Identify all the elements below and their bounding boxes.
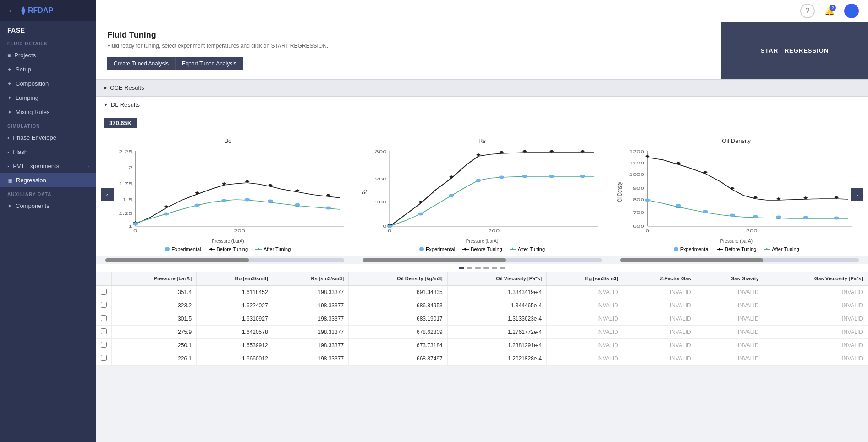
row-checkbox-4[interactable] (96, 339, 112, 352)
sidebar-item-composition[interactable]: ✦ Composition (0, 76, 96, 91)
row-oil-density-3: 678.62809 (349, 326, 448, 339)
row-gas-gravity-2: INVALID (696, 312, 764, 326)
row-gas-viscosity-5: INVALID (764, 352, 868, 366)
start-regression-button[interactable]: START REGRESSION (742, 43, 847, 59)
before-label-od: Before Tuning (725, 246, 757, 252)
row-pressure-5: 226.1 (112, 352, 197, 366)
svg-marker-46 (449, 175, 454, 178)
oil-density-x-label: Pressure (barA) (613, 239, 860, 244)
scrollbar-track-3[interactable] (620, 258, 859, 262)
dl-value: 370.65K (104, 118, 137, 128)
sidebar-item-label: Flash (13, 148, 27, 155)
scrollbar-thumb-3[interactable] (620, 258, 764, 262)
row-oil-density-1: 686.84953 (349, 299, 448, 312)
scrollbar-track-2[interactable] (363, 258, 601, 262)
row-checkbox-0[interactable] (96, 285, 112, 299)
before-line-od: ◆ (717, 249, 723, 250)
auxiliary-label: AUXILIARY DATA (0, 187, 96, 199)
back-button[interactable]: ← (7, 6, 16, 16)
svg-point-64 (499, 176, 504, 179)
sidebar-item-components[interactable]: ✦ Components (0, 199, 96, 213)
row-oil-viscosity-0: 1.3843419e-4 (447, 285, 546, 299)
sidebar-item-pvt-experiments[interactable]: ▪ PVT Experiments › (0, 159, 96, 173)
pagination-dot-6[interactable] (500, 267, 505, 269)
col-header-gas-gravity: Gas Gravity (696, 272, 764, 285)
row-bg-1: INVALID (547, 299, 623, 312)
svg-point-60 (387, 225, 392, 228)
scrollbar-thumb-2[interactable] (363, 258, 506, 262)
cce-results-label: CCE Results (110, 84, 144, 91)
sidebar-item-regression[interactable]: ▦ Regression (0, 173, 96, 187)
row-checkbox-5[interactable] (96, 352, 112, 366)
scrollbar-track-1[interactable] (105, 258, 344, 262)
row-bg-2: INVALID (547, 312, 623, 326)
exp-label-rs: Experimental (426, 246, 455, 252)
notifications-button[interactable]: 🔔 2 (822, 4, 837, 18)
rs-x-label: Pressure (barA) (359, 239, 606, 244)
row-checkbox-2[interactable] (96, 312, 112, 326)
legend-after-od: ▲ After Tuning (764, 246, 799, 252)
row-rs-2: 198.33377 (273, 312, 348, 326)
svg-point-102 (803, 216, 808, 219)
table-row: 351.4 1.6118452 198.33377 691.34835 1.38… (96, 285, 868, 299)
chart-left-arrow-button[interactable]: ‹ (101, 188, 114, 201)
pagination-dot-2[interactable] (467, 267, 472, 269)
sidebar-item-label: Regression (16, 177, 46, 184)
bo-chart: Bo 2.25 2 1.75 1.5 1.25 1 (101, 133, 355, 256)
svg-text:300: 300 (375, 149, 386, 154)
sidebar-item-projects[interactable]: ■ Projects (0, 48, 96, 62)
pagination-dot-5[interactable] (492, 267, 497, 269)
sidebar-item-label: Lumping (16, 94, 38, 101)
oil-density-chart: Oil Density 1200 1100 1000 900 800 700 6… (609, 133, 863, 256)
svg-marker-85 (776, 197, 781, 200)
pagination-dot-4[interactable] (483, 267, 489, 269)
sidebar-item-lumping[interactable]: ✦ Lumping (0, 91, 96, 105)
regression-panel: START REGRESSION (721, 22, 868, 79)
col-header-oil-density: Oil Density [kg/m3] (349, 272, 448, 285)
svg-marker-49 (522, 150, 527, 153)
row-pressure-0: 351.4 (112, 285, 197, 299)
chart-right-arrow-button[interactable]: › (851, 188, 863, 201)
dl-arrow-icon: ▼ (104, 102, 108, 107)
table-row: 226.1 1.6660012 198.33377 668.87497 1.20… (96, 352, 868, 366)
lumping-icon: ✦ (7, 95, 12, 101)
data-table: Pressure [barA] Bo [sm3/sm3] Rs [sm3/sm3… (96, 272, 868, 366)
sidebar-item-setup[interactable]: ✦ Setup (0, 62, 96, 76)
sidebar-item-mixing-rules[interactable]: ✦ Mixing Rules (0, 105, 96, 119)
sidebar-item-flash[interactable]: ▪ Flash (0, 145, 96, 159)
svg-point-30 (221, 199, 227, 202)
col-header-bg: Bg [sm3/sm3] (547, 272, 623, 285)
phase-envelope-icon: ▪ (7, 135, 9, 141)
svg-text:1.75: 1.75 (119, 181, 132, 186)
svg-text:1000: 1000 (629, 172, 645, 177)
pagination-dot-3[interactable] (475, 267, 481, 269)
row-rs-0: 198.33377 (273, 285, 348, 299)
after-line-od: ▲ (764, 249, 770, 250)
svg-text:1100: 1100 (629, 161, 645, 165)
fluid-tuning-subtitle: Fluid ready for tuning, select experimen… (107, 43, 710, 49)
svg-marker-48 (499, 151, 504, 153)
help-button[interactable]: ? (800, 4, 815, 18)
simulation-label: SIMULATION (0, 119, 96, 131)
row-gas-viscosity-3: INVALID (764, 326, 868, 339)
cce-results-section[interactable]: ▶ CCE Results (96, 79, 868, 96)
row-checkbox-3[interactable] (96, 326, 112, 339)
pagination-dot-1[interactable] (459, 267, 464, 269)
create-tuned-analysis-button[interactable]: Create Tuned Analysis (107, 57, 176, 70)
user-avatar[interactable]: 👤 (844, 4, 859, 18)
row-gas-viscosity-0: INVALID (764, 285, 868, 299)
scrollbar-thumb-1[interactable] (105, 258, 249, 262)
row-bo-1: 1.6224027 (197, 299, 273, 312)
row-gas-viscosity-4: INVALID (764, 339, 868, 352)
legend-experimental-od: Experimental (674, 246, 709, 252)
sidebar-item-phase-envelope[interactable]: ▪ Phase Envelope (0, 131, 96, 145)
dl-results-section[interactable]: ▼ DL Results (96, 96, 868, 113)
row-checkbox-1[interactable] (96, 299, 112, 312)
svg-point-97 (676, 204, 681, 207)
dl-results-label: DL Results (111, 101, 140, 108)
svg-text:1.25: 1.25 (119, 211, 132, 216)
row-gas-viscosity-2: INVALID (764, 312, 868, 326)
export-tuned-analysis-button[interactable]: Export Tuned Analysis (176, 57, 243, 70)
row-bo-2: 1.6310927 (197, 312, 273, 326)
row-rs-5: 198.33377 (273, 352, 348, 366)
